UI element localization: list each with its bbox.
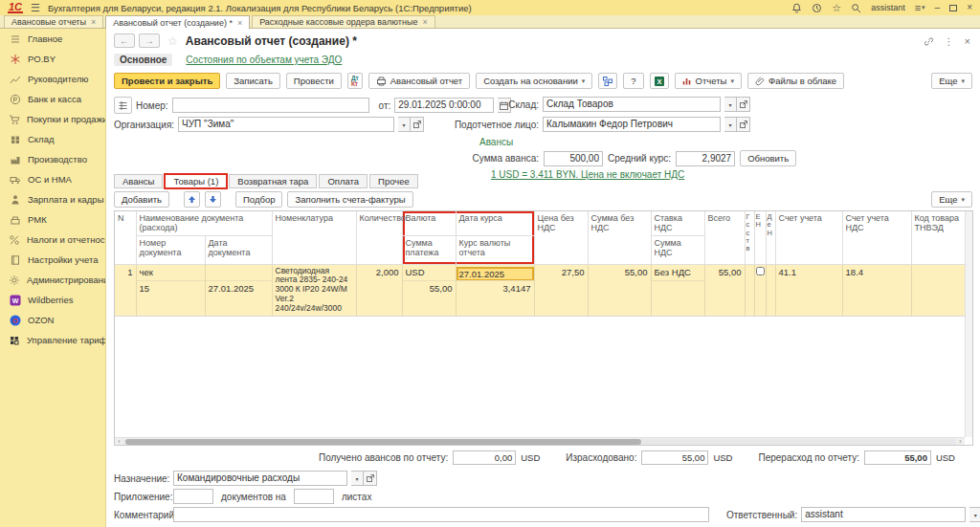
- add-row-button[interactable]: Добавить: [114, 191, 169, 208]
- post-and-close-button[interactable]: Провести и закрыть: [114, 73, 220, 89]
- cell-price-no-vat[interactable]: 27,50: [535, 265, 588, 280]
- col-header-sum-no-vat[interactable]: Сумма без НДС: [588, 211, 651, 264]
- back-arrow-button[interactable]: ←: [114, 33, 135, 48]
- cell-vat-rate[interactable]: Без НДС: [652, 265, 704, 280]
- cell-currency[interactable]: USD: [403, 265, 456, 280]
- reports-button[interactable]: Отчеты▾: [675, 73, 742, 89]
- warehouse-input[interactable]: Склад Товаров: [543, 97, 721, 112]
- sidebar-item-manager[interactable]: Руководителю: [0, 69, 105, 89]
- col-header-qty[interactable]: Количество: [356, 211, 402, 264]
- cell-checkbox[interactable]: [756, 267, 765, 275]
- number-input[interactable]: [172, 98, 369, 113]
- spent-input[interactable]: 55,00: [641, 450, 708, 465]
- col-header-doc-number[interactable]: Номер документа: [136, 235, 205, 264]
- sidebar-item-accounting-settings[interactable]: Настройки учета: [0, 250, 105, 270]
- cell-payment-sum[interactable]: 55,00: [403, 280, 456, 311]
- form-more-button[interactable]: Еще▾: [931, 73, 972, 89]
- cell-tnved[interactable]: [912, 265, 966, 280]
- sidebar-item-administration[interactable]: Администрирование: [0, 270, 105, 290]
- table-more-button[interactable]: Еще▾: [931, 191, 972, 208]
- cell-doc-name[interactable]: чек: [137, 265, 205, 280]
- sidebar-item-production[interactable]: Производство: [0, 149, 105, 169]
- link-icon[interactable]: [924, 36, 934, 47]
- dtkt-button[interactable]: ДтКт: [347, 73, 363, 89]
- cell-vat-account[interactable]: 18.4: [843, 265, 911, 280]
- scroll-left-icon[interactable]: ‹: [115, 438, 123, 446]
- col-header-rate-date[interactable]: Дата курса: [456, 211, 534, 235]
- col-header-narrow-3[interactable]: ДеН: [766, 211, 775, 264]
- print-report-button[interactable]: Авансовый отчет: [368, 73, 470, 89]
- col-header-account[interactable]: Счет учета: [775, 211, 842, 264]
- cell-doc-date[interactable]: 27.01.2025: [206, 280, 272, 311]
- scrollbar-thumb[interactable]: [125, 439, 641, 445]
- sidebar-item-wildberries[interactable]: W Wildberries: [0, 290, 105, 310]
- col-header-vat-sum[interactable]: Сумма НДС: [651, 235, 704, 264]
- organization-dropdown-icon[interactable]: ▾: [398, 117, 411, 132]
- nav-main-tab[interactable]: Основное: [114, 54, 172, 66]
- sidebar-item-tariff[interactable]: Управление тарифом: [0, 330, 105, 350]
- refresh-button[interactable]: Обновить: [740, 150, 796, 166]
- table-horizontal-scrollbar[interactable]: ‹ ›: [115, 437, 965, 445]
- cell-rate-date-selected[interactable]: 27.01.2025: [457, 267, 534, 280]
- sidebar-item-poby[interactable]: PO.BY: [0, 49, 105, 69]
- attachment-docs-input[interactable]: [173, 489, 213, 504]
- tab-returnable-packaging[interactable]: Возвратная тара: [229, 174, 317, 188]
- history-icon[interactable]: [812, 3, 822, 13]
- structure-button[interactable]: [598, 73, 617, 89]
- cell-nomenclature[interactable]: Светодиодная лента 2835- 240-24 3000 К I…: [273, 265, 356, 316]
- sidebar-item-os-nma[interactable]: ОС и НМА: [0, 169, 105, 189]
- advance-sum-input[interactable]: 500,00: [544, 151, 603, 166]
- number-settings-button[interactable]: [114, 97, 132, 114]
- tab-payment[interactable]: Оплата: [319, 174, 368, 188]
- edo-states-link[interactable]: Состояния по объектам учета ЭДО: [186, 55, 342, 65]
- person-open-icon[interactable]: [737, 117, 750, 132]
- window-tab-cash-orders[interactable]: Расходные кассовые ордера валютные ×: [252, 15, 435, 28]
- move-down-icon[interactable]: [205, 191, 221, 208]
- col-header-narrow-1[interactable]: Гсств: [745, 211, 754, 264]
- col-header-doc-name[interactable]: Наименование документа (расхода): [136, 211, 272, 235]
- purpose-open-icon[interactable]: [364, 471, 377, 486]
- excel-button[interactable]: X: [650, 73, 669, 89]
- tab-advances[interactable]: Авансы: [114, 174, 163, 188]
- tab-other[interactable]: Прочее: [369, 174, 418, 188]
- forward-arrow-button[interactable]: →: [139, 33, 160, 48]
- sidebar-item-main[interactable]: Главное: [0, 29, 105, 49]
- organization-input[interactable]: ЧУП "Зима": [178, 117, 394, 132]
- favorites-star-icon[interactable]: ☆: [832, 2, 841, 14]
- search-icon[interactable]: [851, 3, 861, 13]
- warehouse-dropdown-icon[interactable]: ▾: [724, 97, 737, 112]
- service-menu-icon[interactable]: ≡▾: [915, 2, 925, 13]
- cloud-files-button[interactable]: Файлы в облаке: [747, 73, 844, 89]
- col-header-nomenclature[interactable]: Номенклатура: [272, 211, 356, 264]
- cell-qty[interactable]: 2,000: [357, 265, 402, 280]
- cell-n[interactable]: 1: [115, 265, 136, 280]
- received-advances-input[interactable]: 0,00: [453, 450, 516, 465]
- minimize-button[interactable]: –: [935, 3, 941, 12]
- comment-input[interactable]: [173, 507, 709, 522]
- save-button[interactable]: Записать: [226, 73, 280, 89]
- col-header-currency[interactable]: Валюта: [402, 211, 456, 235]
- favorite-star-icon[interactable]: ☆: [167, 34, 178, 48]
- fill-invoices-button[interactable]: Заполнить счета-фактуры: [287, 191, 412, 208]
- cell-sum-no-vat[interactable]: 55,00: [589, 265, 651, 280]
- sidebar-item-rmk[interactable]: РМК: [0, 209, 105, 230]
- cell-account[interactable]: 41.1: [776, 265, 842, 280]
- purpose-input[interactable]: Командировочные расходы: [173, 471, 347, 486]
- post-button[interactable]: Провести: [286, 73, 342, 89]
- tab-goods[interactable]: Товары (1): [165, 174, 227, 188]
- pick-button[interactable]: Подбор: [235, 191, 282, 208]
- window-tab-advance-reports[interactable]: Авансовые отчеты ×: [4, 15, 103, 28]
- attachment-sheets-input[interactable]: [294, 489, 334, 504]
- col-header-n[interactable]: N: [115, 211, 136, 264]
- close-form-icon[interactable]: ×: [965, 35, 970, 47]
- table-row[interactable]: 1 чек 15 27.01.2025 Светодиодная лента 2…: [115, 264, 965, 316]
- col-header-doc-date[interactable]: Дата документа: [205, 235, 272, 264]
- tab-close-icon[interactable]: ×: [422, 17, 427, 27]
- table-vertical-scrollbar[interactable]: [965, 211, 972, 437]
- exchange-rate-link[interactable]: 1 USD = 3.411 BYN. Цена не включает НДС: [491, 169, 684, 180]
- sidebar-item-warehouse[interactable]: Склад: [0, 129, 105, 149]
- col-header-vat-rate[interactable]: Ставка НДС: [651, 211, 704, 235]
- warehouse-open-icon[interactable]: [737, 97, 750, 112]
- maximize-button[interactable]: [949, 5, 957, 11]
- sidebar-item-bank-cash[interactable]: Банк и касса: [0, 89, 105, 109]
